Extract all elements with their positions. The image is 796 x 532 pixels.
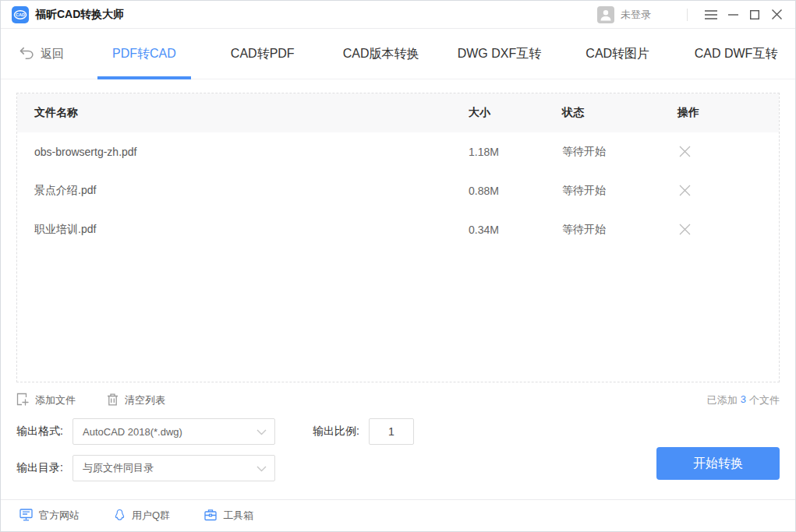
file-status: 等待开始	[562, 184, 677, 198]
options-panel: 输出格式: AutoCAD 2018(*.dwg) 输出比例: 输出目录: 与原…	[16, 418, 780, 491]
added-files-summary: 已添加 3 个文件	[707, 393, 780, 407]
file-status: 等待开始	[562, 223, 677, 237]
avatar[interactable]	[597, 6, 614, 23]
list-toolbar: 添加文件 清空列表 已添加 3 个文件	[16, 382, 780, 418]
added-prefix: 已添加	[707, 393, 738, 407]
file-name: 景点介绍.pdf	[17, 184, 469, 198]
tab-cad-to-image[interactable]: CAD转图片	[558, 29, 677, 79]
header-status: 状态	[562, 106, 677, 120]
add-files-button[interactable]: 添加文件	[16, 393, 76, 408]
login-status[interactable]: 未登录	[621, 8, 651, 22]
title-bar: CAD 福昕CAD转换大师 未登录	[1, 1, 795, 29]
chevron-down-icon	[256, 426, 267, 438]
tab-cad-dwf-convert[interactable]: CAD DWF互转	[677, 29, 795, 79]
header-size: 大小	[469, 106, 562, 120]
toolbox-label: 工具箱	[223, 509, 253, 523]
svg-text:CAD: CAD	[16, 12, 25, 17]
clear-list-button[interactable]: 清空列表	[107, 393, 165, 408]
output-dir-label: 输出目录:	[16, 461, 73, 475]
table-row: 职业培训.pdf 0.34M 等待开始	[17, 210, 779, 249]
table-row: 景点介绍.pdf 0.88M 等待开始	[17, 171, 779, 210]
app-logo-icon: CAD	[12, 6, 29, 23]
menu-icon[interactable]	[700, 4, 722, 26]
back-label: 返回	[41, 47, 64, 62]
user-qq-group-link[interactable]: 用户Q群	[114, 509, 170, 523]
footer-bar: 官方网站 用户Q群 工具箱	[1, 499, 795, 531]
tab-dwg-dxf-convert[interactable]: DWG DXF互转	[440, 29, 558, 79]
official-website-link[interactable]: 官方网站	[19, 509, 80, 523]
file-name: 职业培训.pdf	[17, 223, 469, 237]
tab-cad-to-pdf[interactable]: CAD转PDF	[203, 29, 322, 79]
tab-list: PDF转CAD CAD转PDF CAD版本转换 DWG DXF互转 CAD转图片…	[85, 29, 795, 79]
add-files-label: 添加文件	[35, 393, 76, 407]
toolbox-icon	[204, 509, 223, 523]
tab-cad-version-convert[interactable]: CAD版本转换	[322, 29, 440, 79]
chevron-down-icon	[256, 463, 267, 474]
header-action: 操作	[677, 106, 779, 120]
file-size: 1.18M	[469, 146, 562, 158]
output-dir-value: 与原文件同目录	[83, 461, 154, 475]
file-size: 0.88M	[469, 185, 562, 197]
output-format-select[interactable]: AutoCAD 2018(*.dwg)	[73, 418, 275, 445]
table-row: obs-browsertg-zh.pdf 1.18M 等待开始	[17, 132, 779, 171]
added-suffix: 个文件	[749, 393, 780, 407]
titlebar-divider	[687, 9, 688, 21]
trash-icon	[107, 393, 125, 408]
remove-file-icon[interactable]	[677, 183, 692, 197]
tab-bar: 返回 PDF转CAD CAD转PDF CAD版本转换 DWG DXF互转 CAD…	[1, 29, 795, 79]
user-qq-group-label: 用户Q群	[132, 509, 170, 523]
added-count: 3	[741, 393, 746, 407]
minimize-icon[interactable]	[722, 4, 744, 26]
output-scale-input[interactable]	[369, 418, 414, 445]
app-title: 福昕CAD转换大师	[35, 8, 124, 22]
output-format-label: 输出格式:	[16, 425, 73, 439]
header-file-name: 文件名称	[17, 106, 469, 120]
monitor-icon	[19, 509, 39, 523]
clear-list-label: 清空列表	[125, 393, 165, 407]
back-button[interactable]: 返回	[1, 29, 85, 79]
remove-file-icon[interactable]	[677, 144, 692, 158]
qq-icon	[114, 509, 132, 523]
output-dir-select[interactable]: 与原文件同目录	[73, 455, 275, 481]
file-name: obs-browsertg-zh.pdf	[17, 146, 469, 158]
start-convert-button[interactable]: 开始转换	[656, 447, 780, 480]
file-size: 0.34M	[469, 224, 562, 236]
official-website-label: 官方网站	[39, 509, 80, 523]
maximize-icon[interactable]	[744, 4, 766, 26]
remove-file-icon[interactable]	[677, 222, 692, 236]
tab-pdf-to-cad[interactable]: PDF转CAD	[85, 29, 203, 79]
output-format-value: AutoCAD 2018(*.dwg)	[83, 426, 182, 438]
toolbox-link[interactable]: 工具箱	[204, 509, 253, 523]
back-arrow-icon	[19, 47, 41, 62]
table-header: 文件名称 大小 状态 操作	[17, 93, 779, 132]
file-table: 文件名称 大小 状态 操作 obs-browsertg-zh.pdf 1.18M…	[16, 93, 780, 382]
add-file-icon	[16, 393, 35, 408]
table-body: obs-browsertg-zh.pdf 1.18M 等待开始 景点介绍.pdf…	[17, 132, 779, 249]
close-icon[interactable]	[766, 4, 787, 26]
output-scale-label: 输出比例:	[313, 425, 359, 439]
file-status: 等待开始	[562, 145, 677, 159]
